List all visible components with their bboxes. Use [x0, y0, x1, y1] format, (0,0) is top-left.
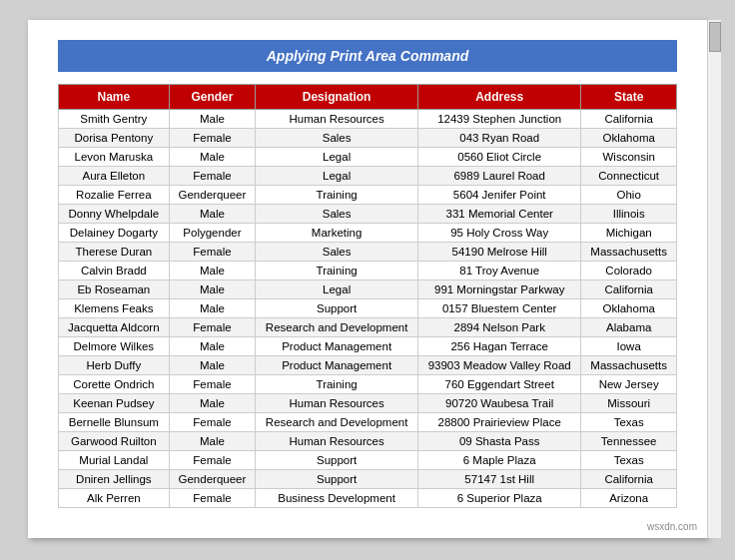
cell-0-4: California: [581, 110, 677, 129]
cell-3-0: Aura Elleton: [59, 167, 170, 186]
watermark: wsxdn.com: [647, 521, 697, 532]
cell-13-2: Product Management: [256, 356, 418, 375]
cell-19-2: Support: [256, 470, 418, 489]
table-row: Herb DuffyMaleProduct Management93903 Me…: [59, 356, 677, 375]
cell-3-2: Legal: [256, 167, 418, 186]
cell-20-2: Business Development: [256, 489, 418, 508]
cell-6-3: 95 Holy Cross Way: [418, 224, 581, 243]
cell-5-0: Donny Whelpdale: [59, 205, 170, 224]
cell-13-4: Massachusetts: [581, 356, 677, 375]
table-row: Corette OndrichFemaleTraining760 Eggenda…: [59, 375, 677, 394]
cell-14-3: 760 Eggendart Street: [418, 375, 581, 394]
cell-1-3: 043 Ryan Road: [418, 129, 581, 148]
cell-9-0: Eb Roseaman: [59, 280, 170, 299]
cell-13-3: 93903 Meadow Valley Road: [418, 356, 581, 375]
cell-11-3: 2894 Nelson Park: [418, 318, 581, 337]
cell-7-3: 54190 Melrose Hill: [418, 243, 581, 262]
scrollbar[interactable]: [707, 20, 721, 538]
table-row: Calvin BraddMaleTraining81 Troy AvenueCo…: [59, 262, 677, 280]
table-header-row: NameGenderDesignationAddressState: [59, 85, 677, 110]
cell-1-2: Sales: [256, 129, 418, 148]
cell-5-2: Sales: [256, 205, 418, 224]
cell-10-0: Klemens Feaks: [59, 299, 170, 318]
table-row: Murial LandalFemaleSupport6 Maple PlazaT…: [59, 451, 677, 470]
table-row: Therese DuranFemaleSales54190 Melrose Hi…: [59, 243, 677, 262]
cell-3-3: 6989 Laurel Road: [418, 167, 581, 186]
cell-0-3: 12439 Stephen Junction: [418, 110, 581, 129]
table-row: Smith GentryMaleHuman Resources12439 Ste…: [59, 110, 677, 129]
column-header-gender: Gender: [169, 85, 256, 110]
cell-14-2: Training: [256, 375, 418, 394]
cell-5-3: 331 Memorial Center: [418, 205, 581, 224]
cell-19-4: California: [581, 470, 677, 489]
cell-6-0: Delainey Dogarty: [59, 224, 170, 243]
cell-18-4: Texas: [581, 451, 677, 470]
cell-6-4: Michigan: [581, 224, 677, 243]
cell-7-2: Sales: [256, 243, 418, 262]
cell-20-3: 6 Superior Plaza: [418, 489, 581, 508]
table-row: Donny WhelpdaleMaleSales331 Memorial Cen…: [59, 205, 677, 224]
column-header-state: State: [581, 85, 677, 110]
cell-18-2: Support: [256, 451, 418, 470]
cell-12-1: Male: [169, 337, 256, 356]
cell-18-3: 6 Maple Plaza: [418, 451, 581, 470]
table-row: Dorisa PentonyFemaleSales043 Ryan RoadOk…: [59, 129, 677, 148]
scrollbar-thumb[interactable]: [709, 22, 721, 52]
cell-16-1: Female: [169, 413, 256, 432]
cell-20-0: Alk Perren: [59, 489, 170, 508]
cell-15-2: Human Resources: [256, 394, 418, 413]
cell-14-1: Female: [169, 375, 256, 394]
cell-1-4: Oklahoma: [581, 129, 677, 148]
cell-8-4: Colorado: [581, 262, 677, 280]
cell-0-0: Smith Gentry: [59, 110, 170, 129]
cell-12-3: 256 Hagan Terrace: [418, 337, 581, 356]
cell-3-4: Connecticut: [581, 167, 677, 186]
cell-17-3: 09 Shasta Pass: [418, 432, 581, 451]
cell-12-0: Delmore Wilkes: [59, 337, 170, 356]
cell-1-1: Female: [169, 129, 256, 148]
cell-5-4: Illinois: [581, 205, 677, 224]
cell-0-2: Human Resources: [256, 110, 418, 129]
data-table: NameGenderDesignationAddressState Smith …: [58, 84, 677, 508]
page-title: Applying Print Area Command: [58, 40, 677, 72]
cell-10-2: Support: [256, 299, 418, 318]
cell-5-1: Male: [169, 205, 256, 224]
cell-17-0: Garwood Ruilton: [59, 432, 170, 451]
column-header-address: Address: [418, 85, 581, 110]
table-row: Delainey DogartyPolygenderMarketing95 Ho…: [59, 224, 677, 243]
cell-11-4: Alabama: [581, 318, 677, 337]
cell-14-4: New Jersey: [581, 375, 677, 394]
cell-17-4: Tennessee: [581, 432, 677, 451]
cell-7-1: Female: [169, 243, 256, 262]
cell-9-1: Male: [169, 280, 256, 299]
cell-8-1: Male: [169, 262, 256, 280]
cell-7-4: Massachusetts: [581, 243, 677, 262]
table-row: Keenan PudseyMaleHuman Resources90720 Wa…: [59, 394, 677, 413]
cell-15-4: Missouri: [581, 394, 677, 413]
cell-12-2: Product Management: [256, 337, 418, 356]
table-body: Smith GentryMaleHuman Resources12439 Ste…: [59, 110, 677, 508]
cell-9-3: 991 Morningstar Parkway: [418, 280, 581, 299]
cell-10-1: Male: [169, 299, 256, 318]
cell-8-2: Training: [256, 262, 418, 280]
cell-3-1: Female: [169, 167, 256, 186]
cell-11-1: Female: [169, 318, 256, 337]
cell-2-0: Levon Maruska: [59, 148, 170, 167]
cell-8-3: 81 Troy Avenue: [418, 262, 581, 280]
cell-4-0: Rozalie Ferrea: [59, 186, 170, 205]
cell-15-3: 90720 Waubesa Trail: [418, 394, 581, 413]
cell-4-2: Training: [256, 186, 418, 205]
column-header-designation: Designation: [256, 85, 418, 110]
cell-11-0: Jacquetta Aldcorn: [59, 318, 170, 337]
table-row: Dniren JellingsGenderqueerSupport57147 1…: [59, 470, 677, 489]
table-row: Levon MaruskaMaleLegal0560 Eliot CircleW…: [59, 148, 677, 167]
cell-19-1: Genderqueer: [169, 470, 256, 489]
cell-8-0: Calvin Bradd: [59, 262, 170, 280]
table-row: Eb RoseamanMaleLegal991 Morningstar Park…: [59, 280, 677, 299]
cell-19-3: 57147 1st Hill: [418, 470, 581, 489]
table-row: Jacquetta AldcornFemaleResearch and Deve…: [59, 318, 677, 337]
cell-16-4: Texas: [581, 413, 677, 432]
cell-14-0: Corette Ondrich: [59, 375, 170, 394]
cell-13-0: Herb Duffy: [59, 356, 170, 375]
cell-9-2: Legal: [256, 280, 418, 299]
